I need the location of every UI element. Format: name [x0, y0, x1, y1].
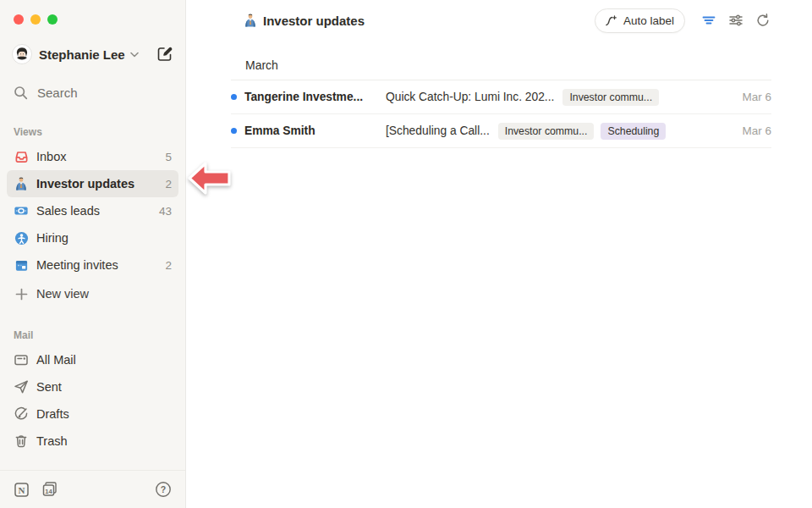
sidebar-item-label: Sales leads [36, 204, 159, 218]
search-button[interactable]: Search [14, 80, 173, 104]
investor-person-icon [14, 176, 29, 191]
zoom-window-button[interactable] [47, 14, 58, 25]
account-switcher[interactable]: Stephanie Lee [12, 42, 173, 66]
calendar-app-icon[interactable]: 14 [41, 481, 58, 498]
inbox-icon [14, 149, 29, 164]
display-settings-icon[interactable] [727, 12, 744, 29]
unread-count: 5 [165, 151, 172, 163]
sidebar-item-label: All Mail [36, 353, 172, 367]
avatar [12, 44, 32, 64]
label-tag[interactable]: Investor commu... [498, 123, 595, 140]
email-tags: Investor commu... Scheduling [498, 123, 667, 140]
calendar-icon [14, 257, 29, 273]
refresh-icon[interactable] [754, 12, 771, 29]
sidebar-item-label: Trash [36, 434, 172, 448]
mail-section-label: Mail [0, 329, 185, 341]
svg-text:14: 14 [45, 488, 52, 495]
email-row[interactable]: Tangerine Investme... Quick Catch-Up: Lu… [231, 80, 771, 114]
notion-logo-icon[interactable]: N [14, 482, 30, 498]
investor-person-icon [244, 14, 257, 27]
sidebar-item-label: Investor updates [36, 177, 165, 190]
svg-text:?: ? [161, 484, 166, 494]
email-date: Mar 6 [742, 91, 771, 103]
page-title: Investor updates [263, 14, 365, 28]
sidebar-item-label: Drafts [36, 407, 172, 421]
sidebar-footer: N 14 ? [0, 470, 185, 508]
paper-plane-icon [14, 379, 29, 395]
email-sender: Emma Smith [244, 124, 386, 137]
month-group-header: March [231, 41, 771, 80]
auto-label-button-label: Auto label [623, 14, 674, 27]
search-label: Search [37, 86, 78, 100]
dollar-banknote-icon [14, 203, 29, 218]
search-icon [14, 86, 28, 100]
sidebar-item-trash[interactable]: Trash [7, 428, 178, 455]
email-sender: Tangerine Investme... [244, 91, 386, 103]
sidebar-item-label: Meeting invites [36, 258, 165, 272]
unread-count: 43 [159, 205, 172, 218]
email-tags: Investor commu... [562, 89, 659, 106]
mail-list-pane: Investor updates Auto label [186, 0, 812, 508]
unread-count: 2 [165, 259, 172, 272]
draft-pencil-icon [14, 406, 29, 422]
user-name: Stephanie Lee [39, 47, 125, 62]
new-view-button[interactable]: New view [7, 280, 178, 307]
filter-icon[interactable] [700, 12, 717, 29]
close-window-button[interactable] [14, 14, 24, 25]
minimize-window-button[interactable] [30, 14, 41, 25]
sidebar-item-sales-leads[interactable]: Sales leads 43 [7, 197, 178, 224]
email-subject: [Scheduling a Call... [386, 124, 490, 137]
unread-dot [231, 94, 237, 100]
sidebar-item-label: Inbox [36, 150, 165, 163]
views-section-label: Views [0, 126, 185, 138]
mail-list: All Mail Sent Drafts [0, 346, 185, 455]
unread-dot [231, 128, 237, 134]
email-date: Mar 6 [742, 124, 771, 137]
sidebar-item-label: Hiring [36, 231, 172, 245]
svg-text:N: N [19, 484, 25, 494]
trash-icon [14, 433, 29, 449]
auto-label-button[interactable]: Auto label [595, 8, 685, 33]
new-view-label: New view [36, 287, 172, 301]
sidebar-item-all-mail[interactable]: All Mail [7, 346, 178, 373]
sidebar-item-investor-updates[interactable]: Investor updates 2 [7, 170, 178, 197]
all-mail-icon [14, 352, 29, 367]
email-list: March Tangerine Investme... Quick Catch-… [231, 41, 771, 148]
sidebar-item-sent[interactable]: Sent [7, 373, 178, 400]
window-controls [0, 0, 185, 25]
person-circle-icon [14, 230, 29, 246]
sidebar-item-drafts[interactable]: Drafts [7, 400, 178, 428]
month-label: March [245, 58, 278, 72]
unread-count: 2 [165, 178, 172, 190]
views-list: Inbox 5 Investor updates 2 [0, 143, 185, 307]
sidebar-item-inbox[interactable]: Inbox 5 [7, 143, 178, 170]
auto-label-wand-icon [604, 14, 618, 28]
label-tag[interactable]: Scheduling [601, 123, 666, 140]
compose-icon[interactable] [156, 46, 173, 63]
chevron-down-icon [130, 52, 139, 58]
label-tag[interactable]: Investor commu... [562, 89, 659, 106]
sidebar-item-hiring[interactable]: Hiring [7, 224, 178, 251]
help-icon[interactable]: ? [155, 481, 172, 498]
sidebar: Stephanie Lee Search Views [0, 0, 186, 508]
email-subject: Quick Catch-Up: Lumi Inc. 202... [386, 91, 554, 103]
sidebar-item-label: Sent [36, 380, 172, 394]
sidebar-item-meeting-invites[interactable]: Meeting invites 2 [7, 251, 178, 279]
view-header: Investor updates Auto label [186, 0, 812, 41]
email-row[interactable]: Emma Smith [Scheduling a Call... Investo… [231, 114, 771, 148]
plus-icon [14, 286, 29, 301]
